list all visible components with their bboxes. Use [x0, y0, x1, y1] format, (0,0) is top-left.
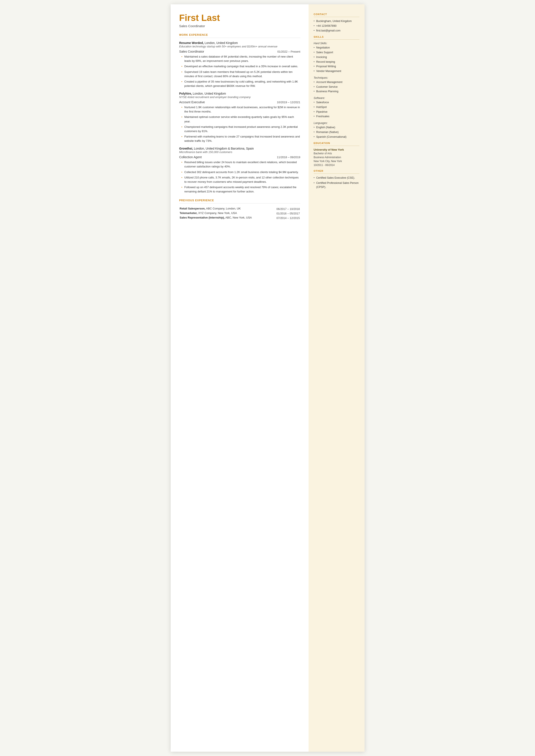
languages-subheader: Languages:	[314, 122, 359, 125]
education-header: EDUCATION	[314, 142, 359, 144]
software-subheader: Software:	[314, 97, 359, 99]
edu-degree-1: Bachelor of Arts	[314, 152, 359, 155]
company-block-2: Polyhire, London, United Kingdom NYSE-li…	[179, 92, 300, 143]
previous-experience-table: Retail Salesperson, ABC Company, London,…	[179, 207, 300, 220]
bullet-3-4: Followed up on 457 delinquent accounts w…	[182, 185, 300, 194]
sidebar: CONTACT Buckingham, United Kingdom +44 1…	[309, 4, 365, 752]
bullet-2-2: Maintained optimal customer service whil…	[182, 115, 300, 124]
hard-skills-list: Negotiation Sales Support Invoicing Reco…	[314, 46, 359, 73]
bullet-list-1: Maintained a sales database of 6K potent…	[179, 55, 300, 88]
job-row-1: Sales Coordinator 01/2022 – Present	[179, 50, 300, 53]
job-dates-2: 10/2019 – 12/2021	[277, 101, 300, 104]
main-column: First Last Sales Coordinator WORK EXPERI…	[171, 4, 309, 752]
skills-section: SKILLS Hard Skills: Negotiation Sales Su…	[314, 36, 359, 139]
company-rest-2: London, United Kingdom	[192, 92, 226, 95]
work-experience-divider	[179, 38, 300, 38]
bullet-1-1: Maintained a sales database of 6K potent…	[182, 55, 300, 63]
job-dates-3: 11/2018 – 09/2019	[277, 155, 300, 159]
contact-list: Buckingham, United Kingdom +44 123456789…	[314, 19, 359, 33]
job-row-2: Account Executive 10/2019 – 12/2021	[179, 100, 300, 104]
company-name-3: Growthsi, London, United Kingdom & Barce…	[179, 147, 300, 151]
hard-skill-1: Negotiation	[314, 46, 359, 50]
contact-header: CONTACT	[314, 13, 359, 15]
candidate-title: Sales Coordinator	[179, 24, 300, 28]
other-item-1: Certified Sales Executive (CSE).	[314, 176, 359, 180]
hard-skill-3: Invoicing	[314, 55, 359, 59]
job-title-1: Sales Coordinator	[179, 50, 204, 53]
candidate-name: First Last	[179, 13, 300, 23]
bullet-2-1: Nurtured 1.9K customer relationships wit…	[182, 105, 300, 114]
company-desc-1: Education technology startup with 50+ em…	[179, 45, 300, 48]
language-3: Spanish (Conversational)	[314, 135, 359, 139]
previous-experience-divider	[179, 203, 300, 204]
prev-exp-row-2: Telemarketer, XYZ Company, New York, USA…	[180, 211, 300, 215]
previous-experience-header: PREVIOUS EXPERIENCE	[179, 199, 300, 202]
company-block-1: Resume Worded, London, United Kingdom Ed…	[179, 41, 300, 88]
hard-skill-5: Proposal Writing	[314, 65, 359, 69]
technique-2: Customer Service	[314, 85, 359, 89]
prev-exp-dates-1: 06/2017 – 10/2018	[258, 207, 300, 211]
other-item-2: Certified Professional Sales Person (CPS…	[314, 181, 359, 189]
bullet-3-3: Utilized 210 phone calls, 3.7K emails, 2…	[182, 176, 300, 184]
prev-exp-role-2: Telemarketer, XYZ Company, New York, USA	[180, 211, 258, 215]
contact-item-address: Buckingham, United Kingdom	[314, 19, 359, 23]
edu-dates-1: 10/2011 - 06/2014	[314, 163, 359, 167]
techniques-list: Account Management Customer Service Busi…	[314, 80, 359, 94]
other-section: OTHER Certified Sales Executive (CSE). C…	[314, 170, 359, 189]
techniques-subheader: Techniques:	[314, 76, 359, 79]
skills-header: SKILLS	[314, 36, 359, 38]
bullet-3-1: Resolved billing issues under 24 hours t…	[182, 160, 300, 169]
company-block-3: Growthsi, London, United Kingdom & Barce…	[179, 147, 300, 194]
education-block-1: University of New York Bachelor of Arts …	[314, 148, 359, 167]
hard-skill-2: Sales Support	[314, 50, 359, 55]
bullet-list-3: Resolved billing issues under 24 hours t…	[179, 160, 300, 194]
prev-exp-row-1: Retail Salesperson, ABC Company, London,…	[180, 207, 300, 211]
edu-school-1: University of New York	[314, 148, 359, 151]
education-section: EDUCATION University of New York Bachelo…	[314, 142, 359, 167]
software-3: Pipedrive	[314, 110, 359, 114]
prev-exp-row-3: Sales Representative (Internship), ABC, …	[180, 216, 300, 220]
contact-section: CONTACT Buckingham, United Kingdom +44 1…	[314, 13, 359, 33]
header-section: First Last Sales Coordinator	[179, 13, 300, 28]
job-dates-1: 01/2022 – Present	[277, 50, 300, 53]
company-desc-3: Microfinance bank with 150,000 customers	[179, 151, 300, 154]
languages-list: English (Native) Romanian (Native) Spani…	[314, 126, 359, 139]
hard-skills-subheader: Hard Skills:	[314, 42, 359, 45]
education-divider	[314, 146, 359, 146]
bullet-1-2: Developed an effective marketing campaig…	[182, 64, 300, 69]
company-rest-1: London, United Kingdom	[204, 41, 238, 44]
prev-exp-dates-3: 07/2014 – 12/2015	[258, 216, 300, 220]
language-2: Romanian (Native)	[314, 130, 359, 134]
company-rest-3: London, United Kingdom & Barcelona, Spai…	[193, 147, 254, 150]
contact-item-email: first.last@gmail.com	[314, 29, 359, 33]
software-1: Salesforce	[314, 100, 359, 104]
previous-experience-section: PREVIOUS EXPERIENCE Retail Salesperson, …	[179, 199, 300, 220]
software-list: Salesforce HubSpot Pipedrive Freshsales	[314, 100, 359, 119]
bullet-2-3: Championed marketing campaigns that incr…	[182, 125, 300, 133]
contact-divider	[314, 17, 359, 17]
bullet-1-3: Supervised 19 sales team members that fo…	[182, 70, 300, 78]
technique-1: Account Management	[314, 80, 359, 84]
contact-item-phone: +44 1234567890	[314, 24, 359, 28]
technique-3: Business Planning	[314, 90, 359, 94]
resume-page: First Last Sales Coordinator WORK EXPERI…	[171, 4, 365, 752]
edu-field-1: Business Administration	[314, 155, 359, 159]
bullet-2-4: Partnered with marketing teams to create…	[182, 134, 300, 143]
other-header: OTHER	[314, 170, 359, 172]
prev-exp-role-3: Sales Representative (Internship), ABC, …	[180, 216, 258, 220]
software-2: HubSpot	[314, 105, 359, 109]
bullet-1-4: Created a pipeline of 35 new businesses …	[182, 79, 300, 88]
job-title-2: Account Executive	[179, 100, 205, 104]
software-4: Freshsales	[314, 114, 359, 119]
edu-location-1: New York City, New York	[314, 159, 359, 163]
prev-exp-role-1: Retail Salesperson, ABC Company, London,…	[180, 207, 258, 211]
work-experience-header: WORK EXPERIENCE	[179, 33, 300, 37]
job-row-3: Collection Agent 11/2018 – 09/2019	[179, 155, 300, 159]
language-1: English (Native)	[314, 126, 359, 129]
work-experience-section: WORK EXPERIENCE Resume Worded, London, U…	[179, 33, 300, 194]
job-title-3: Collection Agent	[179, 155, 202, 159]
hard-skill-4: Record keeping	[314, 60, 359, 64]
company-name-2: Polyhire, London, United Kingdom	[179, 92, 300, 96]
bullet-3-2: Collected 302 delinquent accounts from 1…	[182, 170, 300, 174]
company-name-1: Resume Worded, London, United Kingdom	[179, 41, 300, 45]
